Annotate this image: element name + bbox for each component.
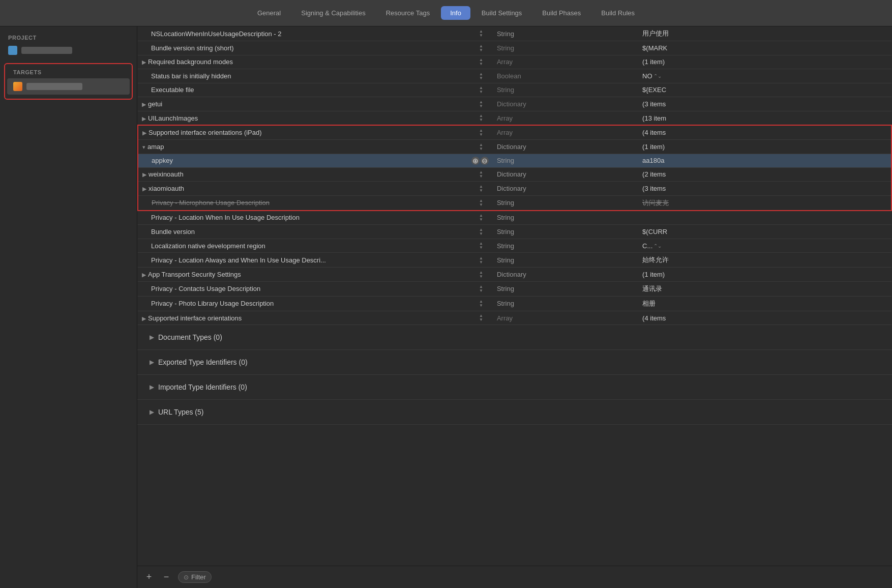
plist-key-cell: Executable file: [138, 83, 467, 97]
table-row[interactable]: ▶weixinoauth▲▼Dictionary(2 items: [138, 167, 891, 182]
table-row[interactable]: Privacy - Location When In Use Usage Des…: [138, 211, 891, 225]
plist-type-cell: String: [493, 253, 638, 268]
sort-icon[interactable]: ▲▼: [479, 256, 483, 264]
plist-key: amap: [147, 143, 164, 151]
dropdown-value[interactable]: C... ⌃⌄: [642, 242, 662, 250]
sidebar-project-item[interactable]: [0, 43, 137, 58]
table-row[interactable]: Privacy - Location Always and When In Us…: [138, 253, 891, 268]
table-row[interactable]: NSLocationWhenInUseUsageDescription - 2▲…: [138, 26, 891, 41]
table-row[interactable]: ▶Supported interface orientations (iPad)…: [138, 125, 891, 139]
plist-key-cell: ▶Supported interface orientations (iPad): [138, 125, 467, 139]
plist-type-cell: String: [493, 154, 638, 167]
sort-icon[interactable]: ▲▼: [479, 86, 483, 94]
table-row[interactable]: Status bar is initially hidden▲▼Boolean …: [138, 69, 891, 83]
tab-signing[interactable]: Signing & Capabilities: [292, 6, 374, 20]
tab-build-phases[interactable]: Build Phases: [533, 6, 590, 20]
sort-icon[interactable]: ▲▼: [479, 143, 483, 151]
sort-icon[interactable]: ▲▼: [479, 242, 483, 250]
expand-arrow[interactable]: ▶: [142, 315, 146, 322]
plist-key: Supported interface orientations (iPad): [148, 129, 262, 136]
tab-build-rules[interactable]: Build Rules: [592, 6, 644, 20]
section-url-types[interactable]: ▶ URL Types (5): [137, 400, 892, 425]
table-row[interactable]: ▶xiaomioauth▲▼Dictionary(3 items: [138, 182, 891, 196]
sort-icon[interactable]: ▲▼: [479, 271, 483, 279]
table-row[interactable]: Privacy - Photo Library Usage Descriptio…: [138, 296, 891, 311]
add-row-button[interactable]: +: [143, 572, 155, 583]
sort-icon[interactable]: ▲▼: [479, 199, 483, 207]
plist-value: 访问麦克: [642, 199, 669, 207]
table-row[interactable]: ▶UILaunchImages▲▼Array(13 item: [138, 111, 891, 125]
sort-icon-cell: ▲▼: [467, 55, 493, 69]
sort-icon-cell: ▲▼: [467, 83, 493, 97]
expand-arrow[interactable]: ▶: [142, 115, 146, 122]
sort-icon-cell: ▲▼: [467, 26, 493, 41]
table-row[interactable]: Privacy - Contacts Usage Description▲▼St…: [138, 281, 891, 296]
sort-icon[interactable]: ▲▼: [479, 100, 483, 108]
add-item-button[interactable]: ⊕: [471, 157, 480, 165]
section-label: Imported Type Identifiers (0): [158, 383, 247, 391]
filter-pill[interactable]: ⊙ Filter: [178, 571, 212, 583]
plist-value: (4 items: [642, 129, 666, 136]
sort-icon[interactable]: ▲▼: [479, 30, 483, 38]
plist-key-cell: ▶getui: [138, 97, 467, 111]
sort-icon[interactable]: ▲▼: [479, 228, 483, 236]
table-row[interactable]: Bundle version string (short)▲▼String$(M…: [138, 41, 891, 55]
sort-icon-cell: ▲▼: [467, 268, 493, 282]
tab-info[interactable]: Info: [441, 6, 470, 20]
tab-general[interactable]: General: [248, 6, 290, 20]
plist-value-cell: (1 item): [638, 55, 891, 69]
table-row[interactable]: ▶getui▲▼Dictionary(3 items: [138, 97, 891, 111]
sort-icon[interactable]: ▲▼: [479, 185, 483, 193]
plist-key: getui: [148, 100, 162, 108]
tab-build-settings[interactable]: Build Settings: [472, 6, 531, 20]
sort-icon[interactable]: ▲▼: [479, 314, 483, 322]
table-row[interactable]: Executable file▲▼String${EXEC: [138, 83, 891, 97]
expand-arrow[interactable]: ▶: [142, 171, 146, 178]
bottom-bar: + − ⊙ Filter: [137, 566, 892, 588]
expand-arrow[interactable]: ▶: [142, 186, 146, 192]
table-row[interactable]: ▶Supported interface orientations▲▼Array…: [138, 311, 891, 325]
tab-resource-tags[interactable]: Resource Tags: [377, 6, 439, 20]
table-row[interactable]: Localization native development region▲▼…: [138, 239, 891, 253]
target-item[interactable]: [7, 78, 130, 95]
remove-item-button[interactable]: ⊖: [481, 157, 489, 165]
tab-bar: GeneralSigning & CapabilitiesResource Ta…: [0, 0, 892, 26]
sort-icon[interactable]: ▲▼: [479, 285, 483, 293]
remove-row-button[interactable]: −: [161, 572, 172, 583]
expand-arrow[interactable]: ▶: [142, 59, 146, 66]
plist-key-cell: Bundle version string (short): [138, 41, 467, 55]
plist-type-cell: Dictionary: [493, 139, 638, 154]
sort-icon-cell: ▲▼: [467, 97, 493, 111]
table-row[interactable]: appkey ⊕ ⊖ Stringaa180a: [138, 154, 891, 167]
expand-arrow[interactable]: ▶: [142, 101, 146, 108]
table-row[interactable]: Bundle version▲▼String$(CURR: [138, 225, 891, 239]
section-imported-type-identifiers[interactable]: ▶ Imported Type Identifiers (0): [137, 375, 892, 400]
section-document-types[interactable]: ▶ Document Types (0): [137, 325, 892, 350]
sort-icon[interactable]: ▲▼: [479, 214, 483, 222]
project-icon: [8, 46, 17, 55]
sort-icon[interactable]: ▲▼: [479, 72, 483, 80]
section-exported-type-identifiers[interactable]: ▶ Exported Type Identifiers (0): [137, 350, 892, 375]
sort-icon[interactable]: ▲▼: [479, 114, 483, 122]
dropdown-value[interactable]: NO ⌃⌄: [642, 72, 662, 80]
plist-value-cell: (1 item): [638, 268, 891, 282]
sort-icon[interactable]: ▲▼: [479, 170, 483, 179]
plist-value-cell: 始终允许: [638, 253, 891, 268]
expand-arrow[interactable]: ▾: [142, 144, 145, 151]
sort-icon[interactable]: ▲▼: [479, 44, 483, 52]
plist-key: Privacy - Photo Library Usage Descriptio…: [151, 300, 274, 307]
table-row[interactable]: Privacy - Microphone Usage Description▲▼…: [138, 195, 891, 211]
targets-label: TARGETS: [5, 67, 132, 77]
expand-arrow[interactable]: ▶: [142, 272, 146, 278]
plist-type-cell: String: [493, 26, 638, 41]
table-row[interactable]: ▶Required background modes▲▼Array(1 item…: [138, 55, 891, 69]
plist-type-cell: Boolean: [493, 69, 638, 83]
expand-arrow[interactable]: ▶: [142, 130, 146, 136]
plist-value: aa180a: [642, 157, 664, 164]
sort-icon[interactable]: ▲▼: [479, 129, 483, 137]
plist-key-cell: ▶xiaomioauth: [138, 182, 467, 196]
table-row[interactable]: ▶App Transport Security Settings▲▼Dictio…: [138, 268, 891, 282]
sort-icon[interactable]: ▲▼: [479, 58, 483, 66]
table-row[interactable]: ▾amap▲▼Dictionary(1 item): [138, 139, 891, 154]
sort-icon[interactable]: ▲▼: [479, 300, 483, 308]
